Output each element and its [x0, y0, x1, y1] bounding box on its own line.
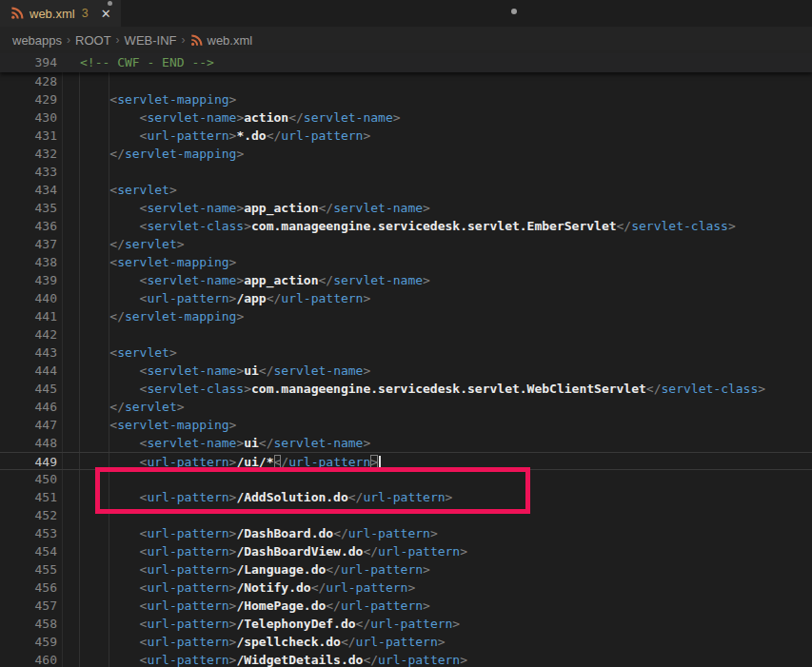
code-line-437[interactable]: 437 </servlet>: [0, 235, 812, 253]
close-tab-icon[interactable]: ✕: [101, 8, 111, 20]
code-line-455[interactable]: 455 <url-pattern>/Language.do</url-patte…: [0, 560, 812, 579]
code-line-456[interactable]: 456 <url-pattern>/Notify.do</url-pattern…: [0, 579, 812, 597]
code-token: >: [423, 598, 430, 613]
breadcrumb-label: web.xml: [208, 33, 253, 48]
code-line-444[interactable]: 444 <servlet-name>ui</servlet-name>: [0, 362, 812, 380]
code-token: >: [407, 580, 415, 595]
text-cursor: [379, 456, 381, 470]
code-line-429[interactable]: 429 <servlet-mapping>: [0, 90, 812, 108]
code-line-449[interactable]: 449 <url-pattern>/ui/*</url-pattern>: [0, 452, 812, 470]
line-number: 446: [0, 398, 57, 416]
line-number: 454: [0, 542, 57, 560]
code-line-447[interactable]: 447 <servlet-mapping>: [0, 416, 812, 434]
breadcrumb-item-web-inf[interactable]: WEB-INF: [125, 33, 177, 48]
code-line-448[interactable]: 448 <servlet-name>ui</servlet-name>: [0, 434, 812, 452]
code-token: <: [80, 92, 117, 107]
tab-title: web.xml: [30, 7, 75, 21]
code-token: servlet-name: [333, 201, 423, 215]
code-line-439[interactable]: 439 <servlet-name>app_action</servlet-na…: [0, 271, 812, 289]
code-line-430[interactable]: 430 <servlet-name>action</servlet-name>: [0, 108, 812, 127]
tab-web-xml[interactable]: web.xml 3 ✕: [0, 0, 121, 27]
code-token: </: [318, 201, 333, 215]
code-token: >: [177, 237, 185, 251]
code-token: url-pattern: [341, 562, 423, 577]
line-number: 444: [0, 362, 57, 380]
code-token: <: [80, 598, 147, 613]
code-line-435[interactable]: 435 <servlet-name>app_action</servlet-na…: [0, 199, 812, 217]
cursor-artifact-dot: [511, 9, 517, 14]
code-token: >: [363, 291, 370, 305]
code-token: url-pattern: [348, 526, 430, 540]
line-number: 460: [0, 651, 57, 667]
code-line-442[interactable]: 442: [0, 325, 812, 343]
code-line-445[interactable]: 445 <servlet-class>com.manageengine.serv…: [0, 380, 812, 398]
code-line-433[interactable]: 433: [0, 163, 812, 181]
code-line-431[interactable]: 431 <url-pattern>*.do</url-pattern>: [0, 127, 812, 145]
code-token: /Language.do: [236, 562, 326, 577]
code-line-450[interactable]: 450: [0, 470, 812, 488]
line-number: 459: [0, 633, 57, 651]
code-token: ui: [244, 436, 259, 450]
code-token: <: [80, 183, 117, 197]
code-text: <url-pattern>/AddSolution.do</url-patter…: [80, 488, 452, 506]
code-token: servlet-name: [147, 201, 236, 215]
code-token: </: [80, 400, 125, 414]
code-line-428[interactable]: 428: [0, 72, 812, 90]
code-line-458[interactable]: 458 <url-pattern>/TelephonyDef.do</url-p…: [0, 615, 812, 633]
code-token: >: [244, 382, 251, 396]
code-editor: 394<!-- CWF - END --> 428429 <servlet-ma…: [0, 53, 812, 667]
code-line-438[interactable]: 438 <servlet-mapping>: [0, 253, 812, 271]
code-token: com.manageengine.servicedesk.servlet.Emb…: [251, 219, 617, 233]
code-token: servlet: [117, 345, 169, 360]
breadcrumb-item-root[interactable]: ROOT: [75, 33, 111, 48]
code-token: >: [244, 219, 251, 233]
code-line-452[interactable]: 452: [0, 506, 812, 524]
code-text: <servlet>: [80, 343, 177, 362]
code-line-460[interactable]: 460 <url-pattern>/WidgetDetails.do</url-…: [0, 651, 812, 667]
code-line-446[interactable]: 446 </servlet>: [0, 398, 812, 416]
code-line-432[interactable]: 432 </servlet-mapping>: [0, 145, 812, 163]
code-token: <: [80, 635, 147, 649]
code-line-443[interactable]: 443 <servlet>: [0, 343, 812, 362]
code-text: <servlet-class>com.manageengine.serviced…: [80, 217, 736, 235]
code-token: com.manageengine.servicedesk.servlet.Web…: [251, 382, 646, 396]
code-line-434[interactable]: 434 <servlet>: [0, 181, 812, 199]
code-token: >: [169, 183, 177, 197]
code-line-440[interactable]: 440 <url-pattern>/app</url-pattern>: [0, 289, 812, 307]
code-token: *.do: [236, 128, 266, 143]
code-token: url-pattern: [147, 653, 228, 667]
code-token: >: [438, 635, 446, 649]
line-number: 452: [0, 506, 57, 524]
line-number: 445: [0, 380, 57, 398]
code-token: /spellcheck.do: [236, 635, 341, 649]
code-token: <: [80, 526, 147, 540]
code-token: >: [446, 490, 453, 504]
code-line-394[interactable]: 394<!-- CWF - END -->: [0, 53, 812, 72]
line-number: 451: [0, 488, 57, 506]
code-token: >: [169, 345, 177, 360]
breadcrumb-item-webapps[interactable]: webapps: [12, 33, 62, 48]
code-line-451[interactable]: 451 <url-pattern>/AddSolution.do</url-pa…: [0, 488, 812, 506]
code-line-459[interactable]: 459 <url-pattern>/spellcheck.do</url-pat…: [0, 633, 812, 651]
sticky-scroll-line[interactable]: 394<!-- CWF - END -->: [0, 53, 812, 72]
code-token: >: [460, 653, 467, 667]
vscode-window: web.xml 3 ✕ webapps›ROOT›WEB-INF›web.xml…: [0, 0, 812, 667]
code-line-441[interactable]: 441 </servlet-mapping>: [0, 307, 812, 325]
code-token: app_action: [244, 201, 318, 215]
code-token: <: [80, 617, 147, 631]
breadcrumb-item-web-xml[interactable]: web.xml: [190, 33, 253, 48]
code-token: </: [259, 363, 274, 378]
line-number: 435: [0, 199, 57, 217]
code-token: >: [363, 363, 370, 378]
code-token: <: [80, 363, 147, 378]
code-token: /HomePage.do: [236, 598, 326, 613]
code-text: <servlet-name>ui</servlet-name>: [80, 434, 370, 452]
code-line-454[interactable]: 454 <url-pattern>/DashBoardView.do</url-…: [0, 542, 812, 560]
code-line-457[interactable]: 457 <url-pattern>/HomePage.do</url-patte…: [0, 597, 812, 615]
line-number: 439: [0, 271, 57, 289]
code-text: </servlet>: [80, 235, 185, 253]
code-text: <servlet-mapping>: [80, 416, 236, 434]
code-line-453[interactable]: 453 <url-pattern>/DashBoard.do</url-patt…: [0, 524, 812, 542]
code-token: servlet-name: [304, 110, 393, 125]
code-line-436[interactable]: 436 <servlet-class>com.manageengine.serv…: [0, 217, 812, 235]
